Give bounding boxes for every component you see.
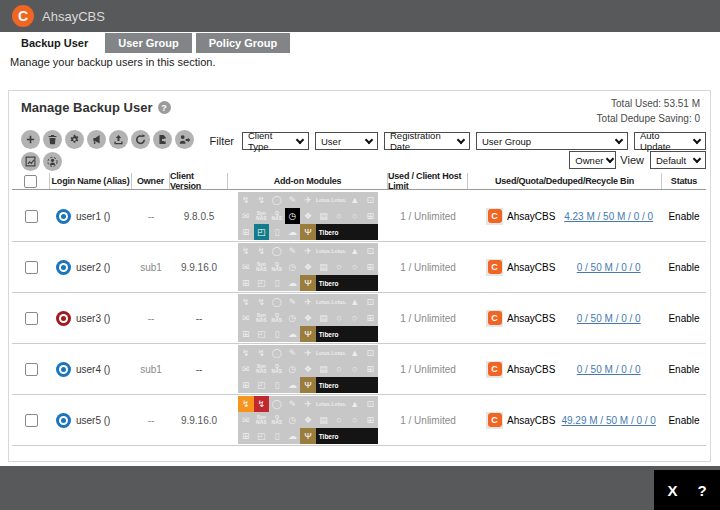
windows-icon: ⊞: [362, 208, 378, 224]
import-user-button[interactable]: [109, 130, 128, 149]
runner-a-icon: ↯: [238, 294, 254, 310]
auto-update-filter[interactable]: Auto Update: [634, 132, 706, 150]
host-limit-cell: 1 / Unlimited: [388, 191, 468, 241]
footer-help-box: X ?: [654, 470, 720, 510]
tibero-label: Tibero: [316, 377, 378, 393]
addon-modules-grid: ↯↯◯✎✈Lotus.Lotus.▲⊡✉Syn NASQ NAS◷❖▤○○⊞⊞◰…: [238, 243, 378, 291]
rebuild-storage-button[interactable]: [131, 130, 150, 149]
tab-backup-user[interactable]: Backup User: [8, 33, 101, 53]
pen-icon: ✎: [285, 243, 301, 259]
select-all-checkbox[interactable]: [24, 175, 37, 188]
syn-nas-icon: Syn NAS: [254, 310, 270, 326]
tibero-icon: Ψ: [300, 377, 316, 393]
user-settings-button[interactable]: [65, 130, 84, 149]
owner-cell: sub1: [132, 242, 170, 292]
add-user-button[interactable]: [21, 130, 40, 149]
table-row[interactable]: user3 ()----↯↯◯✎✈Lotus.Lotus.▲⊡✉Syn NASQ…: [12, 293, 706, 344]
megaphone-icon: [90, 133, 103, 146]
table-row[interactable]: user1 ()--9.8.0.5↯↯◯✎✈Lotus.Lotus.▲⊡✉Syn…: [12, 191, 706, 242]
lotus-1-icon: Lotus.: [316, 192, 332, 208]
volume-icon: ▲: [347, 345, 363, 361]
quota-link[interactable]: 0 / 50 M / 0 / 0: [555, 364, 662, 375]
help-icon[interactable]: ?: [158, 101, 171, 114]
usage-report-button[interactable]: [21, 152, 40, 171]
delete-user-button[interactable]: [43, 130, 62, 149]
cube-icon: ⊞: [238, 275, 254, 291]
tibero-label: Tibero: [316, 275, 378, 291]
row-checkbox[interactable]: [25, 210, 38, 223]
addon-modules-cell: ↯↯◯✎✈Lotus.Lotus.▲⊡✉Syn NASQ NAS◷❖▤○○⊞⊞◰…: [228, 191, 388, 241]
cylinder-icon: ▯: [269, 224, 285, 240]
quota-link[interactable]: 0 / 50 M / 0 / 0: [555, 313, 662, 324]
login-name-cell: user5 (): [50, 395, 132, 445]
oval-icon: ◯: [269, 192, 285, 208]
page-description: Manage your backup users in this section…: [10, 56, 215, 68]
windows-icon: ⊞: [362, 412, 378, 428]
circle-1-icon: ○: [331, 208, 347, 224]
plus-icon: [24, 133, 37, 146]
oval-icon: ◯: [269, 243, 285, 259]
move-user-button[interactable]: [175, 130, 194, 149]
cylinder-icon: ▯: [269, 428, 285, 444]
row-select-cell: [12, 191, 50, 241]
user-status-icon: [56, 311, 71, 326]
cloud-icon: ☁: [285, 377, 301, 393]
quota-link[interactable]: 0 / 50 M / 0 / 0: [555, 262, 662, 273]
footer-bar: X ?: [0, 466, 720, 510]
gear-icon: [68, 133, 81, 146]
login-name-cell: user4 (): [50, 344, 132, 394]
export-user-button[interactable]: [153, 130, 172, 149]
hyperv-icon: ◰: [254, 377, 270, 393]
view-select[interactable]: Default: [650, 151, 706, 169]
row-checkbox[interactable]: [25, 261, 38, 274]
quota-cell: CAhsayCBS49.29 M / 50 M / 0 / 0: [468, 395, 662, 445]
trash-icon: [46, 133, 59, 146]
runner-a-icon: ↯: [238, 345, 254, 361]
broadcast-button[interactable]: [87, 130, 106, 149]
owner-cell: --: [132, 293, 170, 343]
quota-link[interactable]: 4.23 M / 50 M / 0 / 0: [555, 211, 662, 222]
status-badge: Enable: [668, 313, 699, 324]
row-select-cell: [12, 242, 50, 292]
panel-heading: Manage Backup User ?: [21, 100, 171, 115]
table-row[interactable]: user2 ()sub19.9.16.0↯↯◯✎✈Lotus.Lotus.▲⊡✉…: [12, 242, 706, 293]
row-checkbox[interactable]: [25, 312, 38, 325]
client-version-cell: --: [170, 293, 228, 343]
row-select-cell: [12, 293, 50, 343]
registration-date-filter[interactable]: Registration Date: [384, 132, 470, 150]
help-button[interactable]: ?: [697, 482, 706, 499]
owner-cell: --: [132, 395, 170, 445]
destination: CAhsayCBS: [486, 208, 555, 225]
client-type-filter[interactable]: Client Type: [242, 132, 309, 150]
column-header: Used/Quota/Deduped/Recycle Bin: [468, 173, 662, 189]
tab-bar: Backup UserUser GroupPolicy Group: [8, 33, 290, 53]
tab-user-group[interactable]: User Group: [105, 33, 192, 53]
row-checkbox[interactable]: [25, 414, 38, 427]
quota-link[interactable]: 49.29 M / 50 M / 0 / 0: [555, 415, 662, 426]
row-checkbox[interactable]: [25, 363, 38, 376]
volume-icon: ▲: [347, 396, 363, 412]
top-bar: C AhsayCBS: [0, 0, 720, 32]
login-name: user3 (): [76, 313, 110, 324]
table-row[interactable]: user4 ()sub1--↯↯◯✎✈Lotus.Lotus.▲⊡✉Syn NA…: [12, 344, 706, 395]
cube-icon: ⊞: [238, 326, 254, 342]
chevron-down-icon: [606, 154, 614, 162]
user-group-filter[interactable]: User Group: [476, 132, 628, 150]
table-row[interactable]: user5 ()--9.9.16.0↯↯◯✎✈Lotus.Lotus.▲⊡✉Sy…: [12, 395, 706, 446]
syn-nas-icon: Syn NAS: [254, 259, 270, 275]
destination-logo-icon: C: [486, 412, 503, 429]
verify-user-button[interactable]: [43, 152, 62, 171]
volume-icon: ▲: [347, 243, 363, 259]
quota-cell: CAhsayCBS0 / 50 M / 0 / 0: [468, 293, 662, 343]
database-icon: ▤: [316, 361, 332, 377]
user-filter-value: User: [321, 136, 341, 147]
close-button[interactable]: X: [667, 482, 677, 499]
q-nas-icon: Q NAS: [269, 208, 285, 224]
tab-policy-group[interactable]: Policy Group: [196, 33, 290, 53]
owner-filter[interactable]: Owner: [569, 151, 616, 169]
export-icon: [156, 133, 169, 146]
owner-cell: --: [132, 191, 170, 241]
pen-icon: ✎: [285, 396, 301, 412]
cloud-icon: ☁: [285, 224, 301, 240]
user-filter[interactable]: User: [315, 132, 378, 150]
